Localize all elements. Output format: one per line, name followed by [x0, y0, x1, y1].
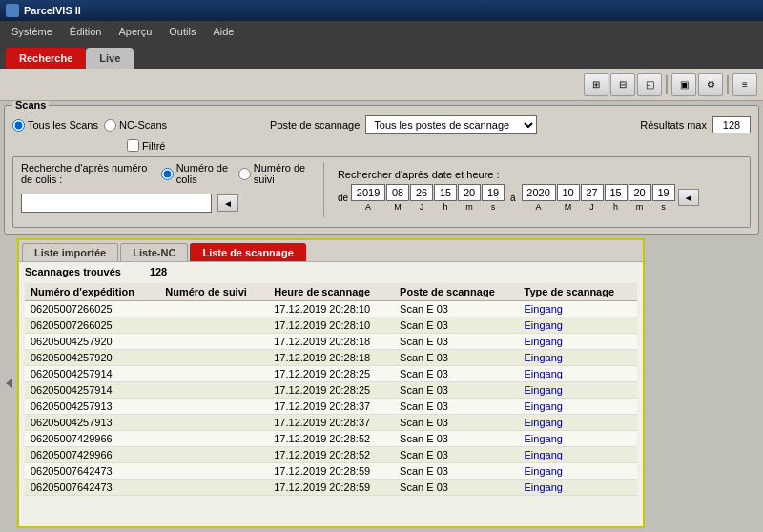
menu-outils[interactable]: Outils	[161, 24, 203, 39]
menu-systeme[interactable]: Système	[4, 24, 60, 39]
colis-search-btn[interactable]: ◄	[217, 194, 238, 212]
poste-label: Poste de scannage	[270, 119, 360, 131]
toolbar-btn-5[interactable]: ⚙	[698, 73, 723, 96]
table-row[interactable]: 06205007266025 17.12.2019 20:28:10 Scan …	[25, 317, 637, 334]
table-row[interactable]: 06205004257914 17.12.2019 20:28:25 Scan …	[25, 366, 637, 382]
cell-num-exp: 06205004257920	[25, 350, 159, 366]
tab-recherche[interactable]: Recherche	[6, 48, 86, 69]
to-day[interactable]	[581, 184, 604, 201]
cell-num-suivi	[159, 317, 268, 334]
app-icon	[6, 4, 19, 17]
scannages-info: Scannages trouvés 128	[25, 266, 637, 277]
cell-num-suivi	[159, 350, 268, 366]
cell-heure: 17.12.2019 20:28:37	[268, 415, 394, 431]
tab-live[interactable]: Live	[86, 48, 134, 69]
cell-poste: Scan E 03	[394, 399, 518, 415]
from-sec[interactable]	[482, 184, 505, 201]
cell-poste: Scan E 03	[394, 447, 518, 463]
recherche-colis-label: Recherche d'après numéro de colis :	[21, 162, 155, 185]
resultats-input[interactable]: 128	[712, 116, 751, 133]
table-row[interactable]: 06205007429966 17.12.2019 20:28:52 Scan …	[25, 431, 637, 447]
to-hour[interactable]	[605, 184, 628, 201]
tab-liste-nc[interactable]: Liste-NC	[120, 243, 188, 261]
cell-num-exp: 06205007642473	[25, 463, 159, 480]
menu-apercu[interactable]: Aperçu	[111, 24, 159, 39]
tab-liste-scannage[interactable]: Liste de scannage	[190, 243, 305, 261]
scans-row1: Tous les Scans NC-Scans Poste de scannag…	[12, 115, 751, 134]
scans-row2: Filtré	[12, 139, 751, 152]
cell-type: Eingang	[519, 317, 638, 334]
table-row[interactable]: 06205004257914 17.12.2019 20:28:25 Scan …	[25, 382, 637, 399]
cell-num-suivi	[159, 463, 268, 480]
scans-panel-title: Scans	[12, 101, 49, 111]
cell-poste: Scan E 03	[394, 463, 518, 480]
cell-num-suivi	[159, 415, 268, 431]
toolbar-btn-2[interactable]: ⊟	[610, 73, 635, 96]
table-row[interactable]: 06205007429966 17.12.2019 20:28:52 Scan …	[25, 447, 637, 463]
cell-type: Eingang	[519, 301, 638, 317]
table-row[interactable]: 06205004257913 17.12.2019 20:28:37 Scan …	[25, 399, 637, 415]
right-panel	[649, 238, 759, 528]
cell-num-suivi	[159, 382, 268, 399]
cell-type: Eingang	[519, 447, 638, 463]
cell-num-exp: 06205004257920	[25, 334, 159, 350]
cell-num-exp: 06205007429966	[25, 447, 159, 463]
table-row[interactable]: 06205004257920 17.12.2019 20:28:18 Scan …	[25, 334, 637, 350]
table-row[interactable]: 06205007642473 17.12.2019 20:28:59 Scan …	[25, 463, 637, 480]
cell-num-exp: 06205007266025	[25, 301, 159, 317]
table-row[interactable]: 06205007266025 17.12.2019 20:28:10 Scan …	[25, 301, 637, 317]
radio-num-colis[interactable]: Numéro de colis	[161, 162, 233, 185]
menu-edition[interactable]: Édition	[62, 24, 110, 39]
from-day[interactable]	[410, 184, 433, 201]
radio-tous-scans[interactable]: Tous les Scans	[12, 119, 98, 132]
col-num-exp: Numéro d'expédition	[25, 283, 159, 301]
cell-heure: 17.12.2019 20:28:18	[268, 334, 394, 350]
table-body: 06205007266025 17.12.2019 20:28:10 Scan …	[25, 301, 637, 496]
app-title: ParcelVIS II	[24, 5, 81, 16]
radio-nc-scans[interactable]: NC-Scans	[104, 119, 167, 132]
from-month[interactable]	[386, 184, 409, 201]
menu-aide[interactable]: Aide	[205, 24, 241, 39]
cell-poste: Scan E 03	[394, 431, 518, 447]
cell-heure: 17.12.2019 20:28:25	[268, 382, 394, 399]
recherche-section: Recherche d'après numéro de colis : Numé…	[12, 156, 751, 228]
cell-heure: 17.12.2019 20:28:10	[268, 301, 394, 317]
table-row[interactable]: 06205004257913 17.12.2019 20:28:37 Scan …	[25, 415, 637, 431]
to-year[interactable]	[522, 184, 556, 201]
resultats-label: Résultats max	[640, 119, 707, 131]
section-divider	[323, 162, 324, 217]
table-row[interactable]: 06205007642473 17.12.2019 20:28:59 Scan …	[25, 480, 637, 496]
cell-num-suivi	[159, 334, 268, 350]
to-sec[interactable]	[652, 184, 675, 201]
cell-poste: Scan E 03	[394, 366, 518, 382]
table-row[interactable]: 06205004257920 17.12.2019 20:28:18 Scan …	[25, 350, 637, 366]
from-min[interactable]	[458, 184, 481, 201]
toolbar-btn-1[interactable]: ⊞	[584, 73, 608, 96]
toolbar-btn-4[interactable]: ▣	[671, 73, 696, 96]
cell-poste: Scan E 03	[394, 382, 518, 399]
toolbar-btn-6[interactable]: ≡	[732, 73, 757, 96]
a-label: à	[510, 193, 516, 203]
date-search-btn[interactable]: ◄	[678, 189, 699, 206]
to-min[interactable]	[629, 184, 651, 201]
tab-liste-importee[interactable]: Liste importée	[22, 243, 118, 261]
cell-type: Eingang	[519, 415, 638, 431]
check-filtre[interactable]: Filtré	[127, 139, 165, 152]
radio-num-suivi[interactable]: Numéro de suivi	[238, 162, 310, 185]
poste-dropdown[interactable]: Tous les postes de scannage	[365, 115, 537, 134]
cell-num-exp: 06205004257913	[25, 415, 159, 431]
toolbar-btn-3[interactable]: ◱	[637, 73, 662, 96]
to-month[interactable]	[557, 184, 580, 201]
col-poste: Poste de scannage	[394, 283, 518, 301]
colis-search-input[interactable]	[21, 194, 212, 213]
recherche-row: Recherche d'après numéro de colis : Numé…	[21, 162, 742, 217]
from-hour[interactable]	[434, 184, 457, 201]
results-table: Numéro d'expédition Numéro de suivi Heur…	[25, 283, 637, 496]
cell-poste: Scan E 03	[394, 301, 518, 317]
from-year[interactable]	[351, 184, 385, 201]
from-date-inputs	[351, 184, 505, 201]
content-area: Scans Tous les Scans NC-Scans Poste de s…	[0, 101, 763, 532]
left-collapse[interactable]	[4, 238, 13, 528]
cell-num-suivi	[159, 480, 268, 496]
cell-type: Eingang	[519, 399, 638, 415]
